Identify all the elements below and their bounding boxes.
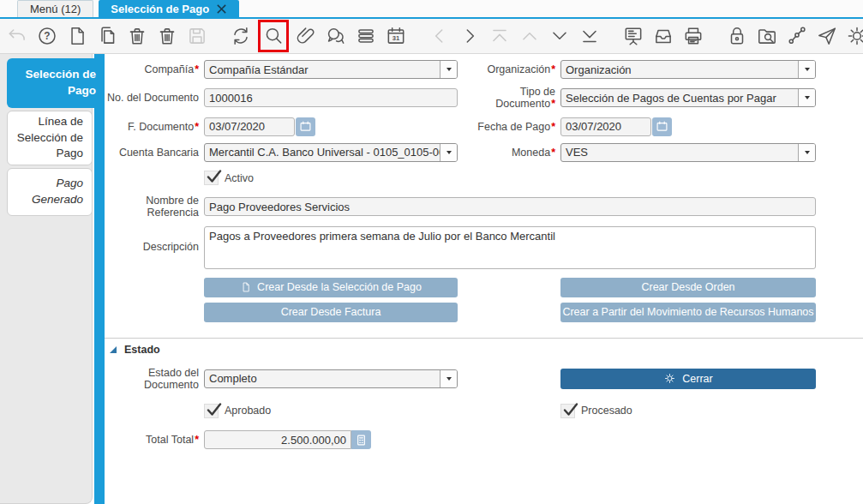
- crear-desde-rrhh-button[interactable]: Crear a Partir del Movimiento de Recurso…: [560, 303, 816, 322]
- next-record-icon[interactable]: [457, 21, 482, 51]
- tab-menu-label: Menú (12): [30, 3, 81, 15]
- calendar-icon[interactable]: 31: [383, 21, 409, 51]
- save-icon: [184, 21, 210, 51]
- organizacion-combobox[interactable]: Organización: [560, 60, 816, 79]
- change-log-icon[interactable]: [353, 21, 379, 51]
- chevron-down-icon[interactable]: [440, 61, 457, 78]
- nombre-referencia-input[interactable]: [204, 197, 816, 216]
- sidebar-tab-linea-de-seleccion-de-pago[interactable]: Línea de Selección de Pago: [7, 111, 93, 165]
- aprobado-checkbox[interactable]: [204, 404, 219, 418]
- gear-icon: [663, 372, 676, 385]
- tipo-documento-label: Tipo de Documento*: [461, 86, 557, 111]
- f-documento-input[interactable]: [204, 117, 295, 136]
- organizacion-value: Organización: [561, 61, 798, 78]
- sidebar-tab-label: Selección de Pago: [15, 67, 96, 99]
- cerrar-button[interactable]: Cerrar: [560, 369, 816, 389]
- parent-record-icon: [517, 21, 542, 51]
- tipo-documento-combobox[interactable]: Selección de Pagos de Cuentas por Pagar: [560, 88, 816, 107]
- close-tab-icon[interactable]: [216, 3, 227, 15]
- cuenta-bancaria-value: Mercantil C.A. Banco Universal - 0105_01…: [205, 144, 440, 161]
- svg-text:31: 31: [393, 34, 399, 42]
- toolbar: ? 31: [0, 19, 863, 54]
- fecha-pago-label: Fecha de Pago*: [461, 121, 557, 133]
- activo-checkbox[interactable]: [204, 171, 219, 185]
- report-icon[interactable]: [620, 21, 646, 51]
- print-icon[interactable]: [680, 21, 706, 51]
- crear-desde-factura-button[interactable]: Crear Desde Factura: [204, 303, 458, 322]
- sidebar-tab-seleccion-de-pago[interactable]: Selección de Pago: [7, 58, 105, 108]
- chevron-down-icon[interactable]: [798, 89, 815, 106]
- delete-selection-icon[interactable]: [154, 21, 180, 51]
- moneda-label: Moneda*: [461, 147, 557, 159]
- nombre-referencia-label: Nombre de Referencia: [105, 195, 201, 219]
- chevron-down-icon[interactable]: [440, 370, 457, 387]
- chevron-down-icon[interactable]: [440, 144, 457, 161]
- total-label: Total Total*: [105, 434, 201, 446]
- chevron-down-icon[interactable]: [798, 61, 815, 78]
- tab-menu[interactable]: Menú (12): [17, 0, 93, 17]
- calculator-icon[interactable]: [351, 430, 371, 449]
- send-mail-icon[interactable]: [814, 21, 840, 51]
- find-icon[interactable]: [258, 20, 289, 52]
- help-icon[interactable]: ?: [34, 21, 60, 51]
- procesado-label: Procesado: [581, 405, 632, 417]
- archive-icon[interactable]: [650, 21, 676, 51]
- estado-section-header[interactable]: Estado: [110, 344, 863, 357]
- sidebar-tab-pago-generado[interactable]: Pago Generado: [7, 168, 93, 216]
- process-icon[interactable]: [844, 21, 863, 51]
- fecha-pago-input[interactable]: [560, 117, 651, 136]
- window-body: Selección de Pago Línea de Selección de …: [0, 54, 863, 504]
- calendar-picker-icon[interactable]: [296, 117, 315, 136]
- no-documento-input[interactable]: [204, 88, 458, 107]
- f-documento-label: F. Documento*: [105, 121, 201, 133]
- chat-icon[interactable]: [323, 21, 349, 51]
- undo-icon: [4, 21, 30, 51]
- new-record-icon[interactable]: [64, 21, 90, 51]
- previous-record-icon: [427, 21, 452, 51]
- crear-desde-orden-button[interactable]: Crear Desde Orden: [560, 278, 816, 297]
- collapse-triangle-icon: [110, 346, 117, 353]
- last-record-icon[interactable]: [577, 21, 602, 51]
- calendar-picker-icon[interactable]: [652, 117, 672, 136]
- form-content: Compañía* Compañía Estándar Organización…: [105, 54, 863, 504]
- refresh-icon[interactable]: [228, 21, 254, 51]
- payment-selection-window: Menú (12) Selección de Pago ?: [0, 0, 863, 504]
- tipo-documento-value: Selección de Pagos de Cuentas por Pagar: [561, 89, 798, 106]
- descripcion-textarea[interactable]: Pagos a Proveedores primera semana de Ju…: [204, 226, 816, 269]
- active-tab-strip: [94, 54, 105, 504]
- tab-seleccion-de-pago[interactable]: Selección de Pago: [99, 0, 239, 17]
- zoom-across-icon[interactable]: [754, 21, 780, 51]
- compania-combobox[interactable]: Compañía Estándar: [204, 60, 458, 79]
- organizacion-label: Organización*: [461, 63, 557, 75]
- cuenta-bancaria-combobox[interactable]: Mercantil C.A. Banco Universal - 0105_01…: [204, 143, 458, 162]
- attachment-icon[interactable]: [293, 21, 319, 51]
- copy-record-icon[interactable]: [94, 21, 120, 51]
- sidebar-tab-label: Pago Generado: [16, 176, 83, 208]
- moneda-value: VES: [561, 144, 798, 161]
- estado-section-title: Estado: [124, 344, 160, 356]
- document-icon: [240, 281, 252, 293]
- svg-text:?: ?: [44, 30, 50, 42]
- delete-record-icon[interactable]: [124, 21, 150, 51]
- window-tab-bar: Menú (12) Selección de Pago: [0, 0, 863, 19]
- aprobado-label: Aprobado: [225, 405, 271, 417]
- workflow-icon[interactable]: [784, 21, 810, 51]
- crear-desde-seleccion-button[interactable]: Crear Desde la Selección de Pago: [204, 278, 458, 297]
- lock-icon[interactable]: [724, 21, 750, 51]
- detail-record-icon[interactable]: [547, 21, 572, 51]
- total-input[interactable]: [204, 430, 351, 449]
- descripcion-label: Descripción: [105, 241, 201, 253]
- cuenta-bancaria-label: Cuenta Bancaria: [105, 147, 201, 159]
- chevron-down-icon[interactable]: [798, 144, 815, 161]
- tab-active-label: Selección de Pago: [111, 3, 209, 15]
- procesado-checkbox[interactable]: [560, 404, 575, 418]
- section-divider: [105, 338, 863, 339]
- sidebar-tab-label: Línea de Selección de Pago: [16, 114, 83, 163]
- estado-documento-label: Estado del Documento: [105, 367, 201, 392]
- first-record-icon: [487, 21, 512, 51]
- moneda-combobox[interactable]: VES: [560, 143, 816, 162]
- compania-label: Compañía*: [105, 63, 201, 75]
- compania-value: Compañía Estándar: [205, 61, 440, 78]
- estado-documento-value: Completo: [205, 370, 440, 387]
- estado-documento-combobox[interactable]: Completo: [204, 369, 458, 388]
